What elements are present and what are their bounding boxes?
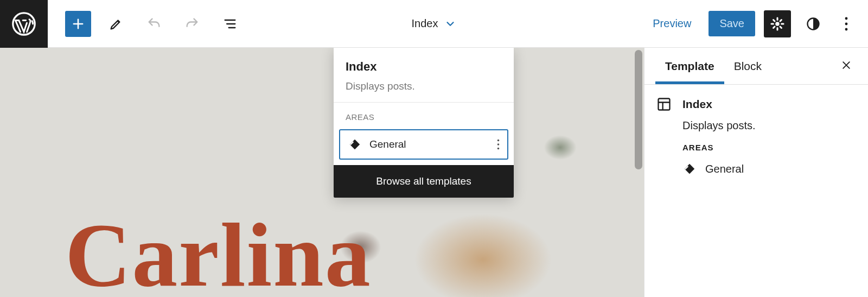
popover-description: Displays posts. [346,80,502,92]
svg-point-8 [497,143,500,146]
layout-icon [656,97,672,112]
sidebar-body: Index Displays posts. AREAS General [644,85,868,188]
styles-icon [806,16,821,31]
template-part-icon [682,162,697,176]
svg-point-7 [497,140,500,142]
undo-icon [146,16,162,31]
wordpress-logo-button[interactable] [0,0,48,48]
svg-point-1 [775,22,779,26]
redo-button[interactable] [179,11,205,37]
add-block-button[interactable] [65,11,91,37]
main-area: Carlina Index Displays posts. AREAS Gene… [0,48,868,297]
template-popover: Index Displays posts. AREAS General Brow… [334,48,514,198]
styles-button[interactable] [800,10,827,37]
svg-point-5 [845,28,848,30]
sidebar-area-label: General [705,163,744,175]
browse-all-templates-button[interactable]: Browse all templates [334,165,514,198]
area-label: General [369,138,489,150]
undo-button[interactable] [141,11,167,37]
chevron-down-icon [444,18,456,30]
sidebar-title-row: Index [656,97,856,112]
settings-button[interactable] [764,10,791,37]
popover-header: Index Displays posts. [334,48,514,103]
list-view-button[interactable] [217,11,243,37]
preview-button[interactable]: Preview [644,12,700,35]
more-options-button[interactable] [835,10,857,37]
wordpress-icon [12,12,36,36]
plus-icon [71,16,86,31]
popover-area-general[interactable]: General [339,129,508,160]
sidebar-title: Index [682,98,712,111]
top-toolbar: Index Preview Save [0,0,868,48]
edit-tool-button[interactable] [103,11,129,37]
svg-point-3 [845,17,848,20]
site-title-block[interactable]: Carlina [65,209,372,297]
toolbar-right-group: Preview Save [644,10,868,37]
svg-point-9 [497,148,500,150]
tab-block[interactable]: Block [724,49,771,84]
svg-point-4 [845,22,848,25]
more-vertical-icon [845,17,848,31]
tab-template[interactable]: Template [655,49,724,84]
canvas-scrollbar[interactable] [635,50,642,169]
sidebar-description: Displays posts. [682,119,856,132]
editor-canvas[interactable]: Carlina Index Displays posts. AREAS Gene… [0,48,644,297]
close-icon [841,60,852,71]
gear-icon [770,16,785,31]
redo-icon [184,16,200,31]
more-vertical-icon[interactable] [497,139,500,150]
sidebar-areas-label: AREAS [682,143,856,152]
sidebar-tabs: Template Block [644,48,868,85]
sidebar-close-button[interactable] [835,54,857,78]
document-title: Index [412,17,438,30]
save-button[interactable]: Save [709,11,755,36]
sidebar-area-general[interactable]: General [682,162,856,176]
popover-areas-label: AREAS [334,103,514,129]
settings-sidebar: Template Block Index Displays posts. ARE… [644,48,868,297]
template-part-icon [348,137,362,151]
toolbar-left-group [48,11,243,37]
list-view-icon [222,16,238,31]
svg-rect-10 [659,99,670,110]
pencil-icon [108,16,124,31]
popover-title: Index [346,60,502,74]
